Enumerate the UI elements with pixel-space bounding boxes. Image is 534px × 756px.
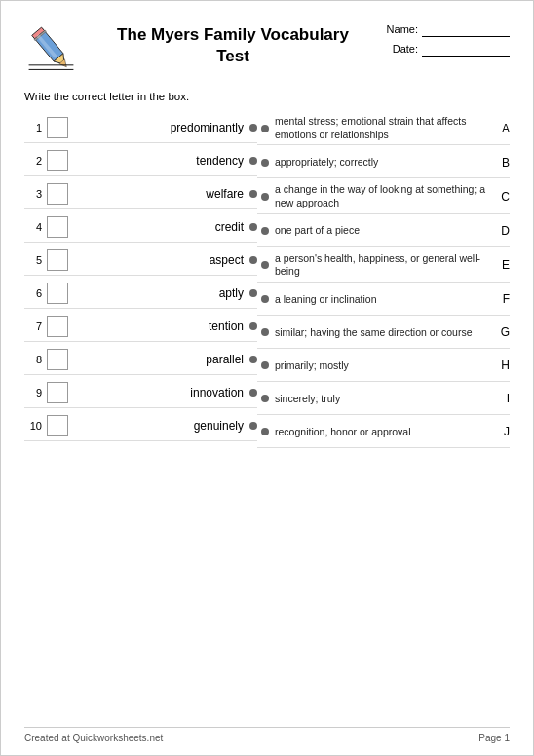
vocab-row: 8 parallel xyxy=(24,344,257,375)
vocab-word-2: tendency xyxy=(76,154,249,168)
definition-text-B: appropriately; correctly xyxy=(275,156,496,170)
vocab-word-7: tention xyxy=(76,320,249,333)
dot-icon xyxy=(249,389,257,397)
definition-text-J: recognition, honor or approval xyxy=(275,426,496,439)
columns-container: 1 predominantly 2 tendency 3 welfare 4 c… xyxy=(24,112,510,448)
vocab-row: 2 tendency xyxy=(24,145,257,176)
dot-icon xyxy=(261,328,269,336)
dot-icon xyxy=(249,157,257,165)
name-date-block: Name: Date: xyxy=(373,20,510,59)
dot-icon xyxy=(249,356,257,363)
definition-letter-J: J xyxy=(496,425,510,438)
definition-letter-B: B xyxy=(496,156,510,170)
dot-icon xyxy=(249,124,257,132)
row-number: 7 xyxy=(24,321,42,332)
footer-right: Page 1 xyxy=(478,733,510,743)
date-label: Date: xyxy=(393,40,418,59)
answer-box-1[interactable] xyxy=(47,117,68,138)
dot-icon xyxy=(261,193,269,201)
dot-icon xyxy=(261,261,269,269)
date-field xyxy=(422,43,510,57)
test-title: The Myers Family Vocabulary Test xyxy=(93,24,373,67)
definition-text-F: a leaning or inclination xyxy=(275,293,496,307)
definition-text-C: a change in the way of looking at someth… xyxy=(275,183,496,209)
answer-box-3[interactable] xyxy=(47,183,68,205)
definition-row: one part of a piece D xyxy=(257,216,510,247)
vocab-word-4: credit xyxy=(76,220,249,234)
dot-icon xyxy=(261,361,269,369)
row-number: 2 xyxy=(24,155,42,167)
definition-letter-I: I xyxy=(496,392,510,405)
definition-letter-E: E xyxy=(496,258,510,272)
vocab-row: 4 credit xyxy=(24,211,257,243)
vocab-row: 1 predominantly xyxy=(24,112,257,143)
row-number: 10 xyxy=(24,420,42,432)
header-area: The Myers Family Vocabulary Test Name: D… xyxy=(24,20,510,77)
row-number: 9 xyxy=(24,387,42,398)
definition-text-E: a person's health, happiness, or general… xyxy=(275,252,496,279)
dot-icon xyxy=(261,395,269,402)
answer-box-9[interactable] xyxy=(47,382,68,403)
dot-icon xyxy=(261,428,269,435)
answer-box-8[interactable] xyxy=(47,349,68,370)
dot-icon xyxy=(249,322,257,330)
vocab-row: 7 tention xyxy=(24,311,257,342)
right-column: mental stress; emotional strain that aff… xyxy=(257,112,510,448)
left-column: 1 predominantly 2 tendency 3 welfare 4 c… xyxy=(24,112,257,448)
name-line: Name: xyxy=(373,20,510,40)
dot-icon xyxy=(261,227,269,235)
vocab-row: 6 aptly xyxy=(24,278,257,309)
dot-icon xyxy=(261,159,269,167)
answer-box-5[interactable] xyxy=(47,249,68,271)
definition-row: sincerely; truly I xyxy=(257,384,510,415)
title-block: The Myers Family Vocabulary Test xyxy=(93,20,373,67)
name-field xyxy=(422,23,510,37)
definition-letter-D: D xyxy=(496,224,510,238)
dot-icon xyxy=(249,190,257,198)
vocab-word-9: innovation xyxy=(76,386,249,399)
dot-icon xyxy=(249,289,257,297)
footer: Created at Quickworksheets.net Page 1 xyxy=(24,727,510,743)
definition-letter-G: G xyxy=(496,325,510,339)
definition-letter-F: F xyxy=(496,292,510,306)
dot-icon xyxy=(249,422,257,430)
page: The Myers Family Vocabulary Test Name: D… xyxy=(0,0,534,756)
footer-left: Created at Quickworksheets.net xyxy=(24,733,163,743)
row-number: 4 xyxy=(24,221,42,233)
vocab-word-8: parallel xyxy=(76,353,249,366)
definition-letter-H: H xyxy=(496,359,510,372)
answer-box-7[interactable] xyxy=(47,316,68,337)
definition-row: mental stress; emotional strain that aff… xyxy=(257,112,510,145)
answer-box-6[interactable] xyxy=(47,283,68,304)
row-number: 6 xyxy=(24,287,42,299)
answer-box-10[interactable] xyxy=(47,415,68,436)
dot-icon xyxy=(249,223,257,231)
vocab-row: 10 genuinely xyxy=(24,410,257,441)
instructions: Write the correct letter in the box. xyxy=(24,91,510,102)
definition-row: primarily; mostly H xyxy=(257,351,510,382)
definition-text-G: similar; having the same direction or co… xyxy=(275,326,496,340)
definition-letter-C: C xyxy=(496,190,510,204)
pencil-icon xyxy=(24,20,83,77)
answer-box-4[interactable] xyxy=(47,216,68,238)
definition-row: a change in the way of looking at someth… xyxy=(257,180,510,213)
definition-letter-A: A xyxy=(496,122,510,135)
row-number: 3 xyxy=(24,188,42,200)
vocab-word-3: welfare xyxy=(76,187,249,201)
definition-row: recognition, honor or approval J xyxy=(257,417,510,448)
definition-text-I: sincerely; truly xyxy=(275,393,496,406)
dot-icon xyxy=(261,125,269,132)
definition-row: a leaning or inclination F xyxy=(257,284,510,316)
vocab-row: 9 innovation xyxy=(24,377,257,408)
name-label: Name: xyxy=(387,20,418,40)
vocab-word-1: predominantly xyxy=(76,121,249,134)
answer-box-2[interactable] xyxy=(47,150,68,171)
dot-icon xyxy=(261,295,269,303)
vocab-row: 3 welfare xyxy=(24,178,257,209)
definition-row: similar; having the same direction or co… xyxy=(257,318,510,349)
vocab-word-6: aptly xyxy=(76,286,249,300)
row-number: 8 xyxy=(24,354,42,365)
dot-icon xyxy=(249,256,257,264)
definition-text-A: mental stress; emotional strain that aff… xyxy=(275,115,496,141)
vocab-word-5: aspect xyxy=(76,253,249,267)
